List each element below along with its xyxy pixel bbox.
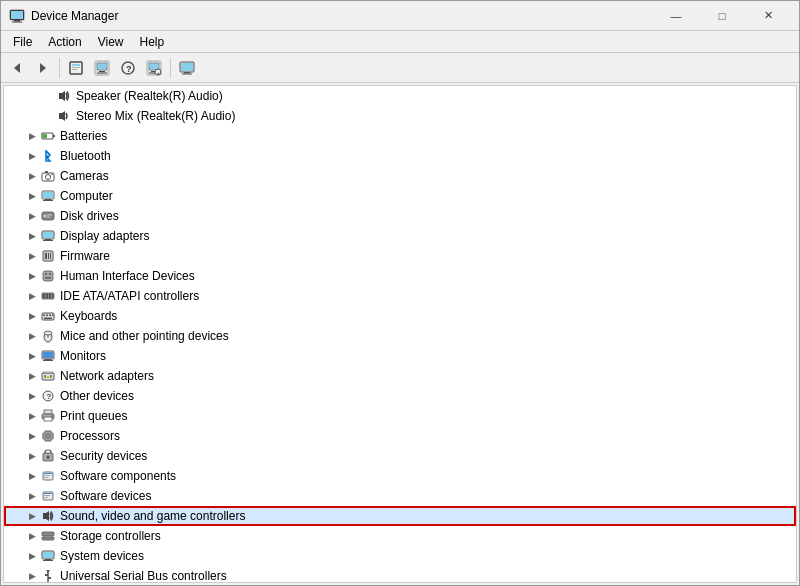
system-icon bbox=[40, 548, 56, 564]
tree-item-other[interactable]: ▶ ? Other devices bbox=[4, 386, 796, 406]
svg-rect-121 bbox=[45, 574, 48, 576]
svg-rect-9 bbox=[72, 69, 77, 70]
expand-arrow bbox=[40, 88, 56, 104]
tree-item-mice[interactable]: ▶ Mice and other pointing devices bbox=[4, 326, 796, 346]
monitor-button[interactable] bbox=[175, 56, 199, 80]
tree-item-system[interactable]: ▶ System devices bbox=[4, 546, 796, 566]
tree-item-display[interactable]: ▶ Display adapters bbox=[4, 226, 796, 246]
expand-arrow: ▶ bbox=[24, 548, 40, 564]
hid-label: Human Interface Devices bbox=[60, 269, 195, 283]
tree-item-security[interactable]: ▶ Security devices bbox=[4, 446, 796, 466]
batteries-label: Batteries bbox=[60, 129, 107, 143]
svg-text:?: ? bbox=[47, 392, 52, 401]
sound-label: Sound, video and game controllers bbox=[60, 509, 245, 523]
toolbar: ? + bbox=[1, 53, 799, 83]
svg-rect-76 bbox=[50, 375, 52, 378]
tree-item-hid[interactable]: ▶ Human Interface Devices bbox=[4, 266, 796, 286]
other-icon: ? bbox=[40, 388, 56, 404]
menu-file[interactable]: File bbox=[5, 33, 40, 51]
svg-text:+: + bbox=[157, 69, 161, 75]
menu-action[interactable]: Action bbox=[40, 33, 89, 51]
tree-item-batteries[interactable]: ▶ Batteries bbox=[4, 126, 796, 146]
tree-item-diskdrives[interactable]: ▶ Disk drives bbox=[4, 206, 796, 226]
firmware-label: Firmware bbox=[60, 249, 110, 263]
svg-rect-49 bbox=[48, 253, 49, 259]
tree-item-print[interactable]: ▶ Print queues bbox=[4, 406, 796, 426]
scan-button[interactable]: + bbox=[142, 56, 166, 80]
computer-label: Computer bbox=[60, 189, 113, 203]
expand-arrow: ▶ bbox=[24, 408, 40, 424]
help-button[interactable]: ? bbox=[116, 56, 140, 80]
expand-arrow: ▶ bbox=[24, 428, 40, 444]
maximize-button[interactable]: □ bbox=[699, 1, 745, 31]
svg-point-52 bbox=[45, 273, 47, 275]
tree-item-sound[interactable]: ▶ Sound, video and game controllers bbox=[4, 506, 796, 526]
diskdrives-icon bbox=[40, 208, 56, 224]
other-label: Other devices bbox=[60, 389, 134, 403]
update-button[interactable] bbox=[90, 56, 114, 80]
tree-item-bluetooth[interactable]: ▶ Bluetooth bbox=[4, 146, 796, 166]
svg-rect-64 bbox=[52, 315, 54, 317]
software-icon bbox=[40, 468, 56, 484]
svg-rect-122 bbox=[48, 577, 51, 579]
svg-marker-110 bbox=[43, 511, 49, 521]
display-label: Display adapters bbox=[60, 229, 149, 243]
tree-item-keyboards[interactable]: ▶ Keyboards bbox=[4, 306, 796, 326]
svg-rect-23 bbox=[181, 63, 193, 71]
svg-marker-27 bbox=[59, 111, 65, 121]
svg-marker-4 bbox=[14, 63, 20, 73]
device-tree[interactable]: Speaker (Realtek(R) Audio) Stereo Mix (R… bbox=[3, 85, 797, 583]
close-button[interactable]: ✕ bbox=[745, 1, 791, 31]
tree-item-firmware[interactable]: ▶ Firmware bbox=[4, 246, 796, 266]
expand-arrow: ▶ bbox=[24, 568, 40, 583]
svg-point-34 bbox=[51, 174, 53, 176]
tree-item-softwaredvcs[interactable]: ▶ Software devices bbox=[4, 486, 796, 506]
speaker2-label: Stereo Mix (Realtek(R) Audio) bbox=[76, 109, 235, 123]
cameras-icon bbox=[40, 168, 56, 184]
svg-rect-12 bbox=[99, 71, 105, 72]
tree-item-computer[interactable]: ▶ Computer bbox=[4, 186, 796, 206]
expand-arrow: ▶ bbox=[24, 508, 40, 524]
window-title: Device Manager bbox=[31, 9, 653, 23]
svg-rect-45 bbox=[45, 239, 51, 240]
expand-arrow: ▶ bbox=[24, 168, 40, 184]
monitors-label: Monitors bbox=[60, 349, 106, 363]
processors-icon bbox=[40, 428, 56, 444]
tree-item-usb[interactable]: ▶ Universal Serial Bus controllers bbox=[4, 566, 796, 583]
tree-item-cameras[interactable]: ▶ Cameras bbox=[4, 166, 796, 186]
svg-rect-61 bbox=[43, 315, 45, 317]
svg-rect-83 bbox=[51, 416, 53, 417]
svg-rect-105 bbox=[44, 477, 48, 478]
back-button[interactable] bbox=[5, 56, 29, 80]
tree-item-speaker1[interactable]: Speaker (Realtek(R) Audio) bbox=[4, 86, 796, 106]
tree-item-storage[interactable]: ▶ Storage controllers bbox=[4, 526, 796, 546]
svg-rect-104 bbox=[44, 475, 50, 476]
menu-help[interactable]: Help bbox=[132, 33, 173, 51]
svg-rect-85 bbox=[45, 433, 51, 439]
svg-point-53 bbox=[49, 273, 51, 275]
forward-button[interactable] bbox=[31, 56, 55, 80]
svg-marker-26 bbox=[59, 91, 65, 101]
expand-arrow: ▶ bbox=[24, 268, 40, 284]
svg-rect-51 bbox=[43, 271, 53, 281]
tree-item-software[interactable]: ▶ Software components bbox=[4, 466, 796, 486]
batteries-icon bbox=[40, 128, 56, 144]
svg-marker-5 bbox=[40, 63, 46, 73]
svg-rect-37 bbox=[45, 199, 51, 200]
keyboards-icon bbox=[40, 308, 56, 324]
expand-arrow: ▶ bbox=[24, 148, 40, 164]
menu-view[interactable]: View bbox=[90, 33, 132, 51]
software-label: Software components bbox=[60, 469, 176, 483]
tree-item-monitors[interactable]: ▶ Monitors bbox=[4, 346, 796, 366]
properties-button[interactable] bbox=[64, 56, 88, 80]
tree-item-network[interactable]: ▶ Network adapters bbox=[4, 366, 796, 386]
tree-item-speaker2[interactable]: Stereo Mix (Realtek(R) Audio) bbox=[4, 106, 796, 126]
expand-arrow: ▶ bbox=[24, 248, 40, 264]
svg-rect-29 bbox=[53, 135, 55, 137]
storage-icon bbox=[40, 528, 56, 544]
minimize-button[interactable]: — bbox=[653, 1, 699, 31]
device-manager-window: Device Manager — □ ✕ File Action View He… bbox=[0, 0, 800, 586]
tree-item-ide[interactable]: ▶ IDE ATA/ATAPI controllers bbox=[4, 286, 796, 306]
tree-item-processors[interactable]: ▶ bbox=[4, 426, 796, 446]
expand-arrow bbox=[40, 108, 56, 124]
